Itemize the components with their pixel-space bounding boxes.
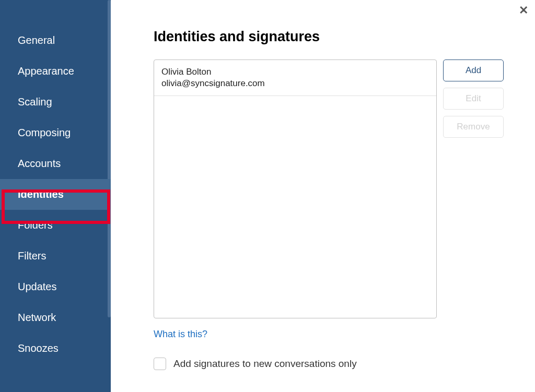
sidebar-item-snoozes[interactable]: Snoozes (0, 333, 111, 364)
sidebar-item-identities[interactable]: Identities (0, 179, 111, 210)
sidebar-item-folders[interactable]: Folders (0, 210, 111, 241)
sidebar-item-label: Snoozes (18, 342, 59, 354)
main-content: ✕ Identities and signatures Olivia Bolto… (111, 0, 535, 392)
sidebar-item-composing[interactable]: Composing (0, 117, 111, 148)
sidebar: General Appearance Scaling Composing Acc… (0, 0, 111, 392)
checkbox-label: Add signatures to new conversations only (173, 358, 357, 370)
sidebar-item-label: Updates (18, 281, 57, 292)
button-label: Edit (466, 93, 481, 104)
button-label: Add (466, 65, 481, 76)
remove-button: Remove (443, 116, 504, 138)
sidebar-item-appearance[interactable]: Appearance (0, 56, 111, 87)
page-title: Identities and signatures (154, 29, 504, 45)
add-button[interactable]: Add (443, 60, 504, 81)
button-label: Remove (457, 122, 490, 132)
sidebar-item-label: Network (18, 312, 56, 323)
sidebar-item-label: Identities (18, 188, 64, 200)
sidebar-item-updates[interactable]: Updates (0, 271, 111, 302)
identities-row: Olivia Bolton olivia@syncsignature.com A… (154, 60, 504, 318)
sidebar-item-label: Appearance (18, 65, 74, 77)
sidebar-item-filters[interactable]: Filters (0, 241, 111, 271)
sidebar-item-accounts[interactable]: Accounts (0, 148, 111, 179)
help-link-label: What is this? (154, 329, 207, 339)
identity-name: Olivia Bolton (161, 66, 429, 78)
close-icon[interactable]: ✕ (518, 5, 529, 16)
help-link[interactable]: What is this? (154, 329, 207, 340)
sidebar-item-label: Composing (18, 127, 71, 138)
edit-button: Edit (443, 88, 504, 110)
sidebar-item-network[interactable]: Network (0, 302, 111, 333)
identity-list-item[interactable]: Olivia Bolton olivia@syncsignature.com (154, 60, 436, 96)
sidebar-item-label: General (18, 34, 55, 46)
signatures-new-only-checkbox[interactable] (154, 358, 166, 370)
sidebar-item-label: Filters (18, 250, 46, 262)
sidebar-item-label: Folders (18, 219, 53, 231)
identity-email: olivia@syncsignature.com (161, 78, 429, 89)
settings-window: General Appearance Scaling Composing Acc… (0, 0, 535, 392)
action-button-group: Add Edit Remove (443, 60, 504, 318)
sidebar-item-general[interactable]: General (0, 25, 111, 56)
sidebar-item-label: Scaling (18, 96, 52, 108)
identities-listbox[interactable]: Olivia Bolton olivia@syncsignature.com (154, 60, 437, 318)
sidebar-item-scaling[interactable]: Scaling (0, 87, 111, 117)
checkbox-row: Add signatures to new conversations only (154, 358, 504, 370)
sidebar-item-label: Accounts (18, 158, 61, 169)
